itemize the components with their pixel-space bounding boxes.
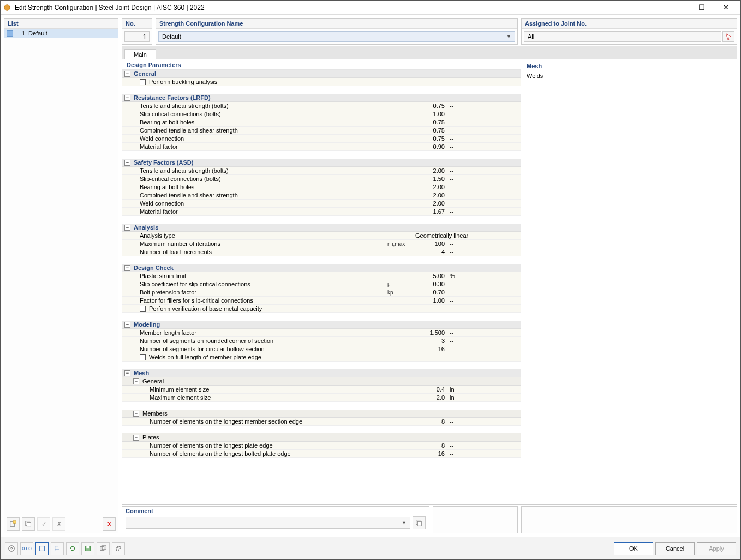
group-header[interactable]: −General <box>122 70 521 78</box>
collapse-icon[interactable]: − <box>133 411 139 417</box>
param-row[interactable]: Minimum element size0.4in <box>122 386 521 394</box>
collapse-icon[interactable]: − <box>124 71 130 77</box>
group-header[interactable]: −Modeling <box>122 321 521 329</box>
param-row[interactable]: Slip-critical connections (bolts)1.00-- <box>122 110 521 118</box>
group-header[interactable]: −Design Check <box>122 264 521 272</box>
param-value[interactable]: 2.00 <box>413 184 447 190</box>
param-value[interactable]: 2.00 <box>413 200 447 207</box>
param-row[interactable]: Number of segments on rounded corner of … <box>122 337 521 345</box>
param-value[interactable]: 1.500 <box>413 329 447 336</box>
param-row[interactable]: Analysis typeGeometrically linear <box>122 232 521 240</box>
comment-input[interactable]: ▼ <box>126 517 410 529</box>
uncheck-button[interactable]: ✗ <box>52 517 65 531</box>
collapse-icon[interactable]: − <box>133 435 139 441</box>
param-row[interactable]: Bolt pretension factorkp0.70-- <box>122 288 521 297</box>
param-row[interactable]: Weld connection2.00-- <box>122 200 521 208</box>
param-row[interactable]: Plastic strain limit5.00% <box>122 272 521 280</box>
group-header[interactable]: −Plates <box>122 433 521 442</box>
collapse-icon[interactable]: − <box>124 265 130 271</box>
group-header[interactable]: −Resistance Factors (LRFD) <box>122 94 521 102</box>
delete-button[interactable]: ✕ <box>103 517 116 531</box>
help-button[interactable]: ? <box>5 542 18 555</box>
group-header[interactable]: −General <box>122 377 521 386</box>
param-value[interactable]: 4 <box>413 249 447 255</box>
param-value[interactable]: 2.00 <box>413 192 447 198</box>
param-value[interactable]: 0.75 <box>413 127 447 134</box>
group-header[interactable]: −Members <box>122 410 521 418</box>
param-value[interactable]: 0.90 <box>413 143 447 150</box>
comment-library-button[interactable] <box>413 516 426 529</box>
param-row[interactable]: Weld connection0.75-- <box>122 135 521 143</box>
parameter-table[interactable]: −GeneralPerform buckling analysis−Resist… <box>122 69 521 504</box>
param-row[interactable]: Maximum element size2.0in <box>122 394 521 402</box>
param-row[interactable]: Bearing at bolt holes0.75-- <box>122 118 521 127</box>
group-header[interactable]: −Safety Factors (ASD) <box>122 159 521 167</box>
param-checkbox-row[interactable]: Welds on full length of member plate edg… <box>122 353 521 362</box>
checkbox-icon[interactable] <box>140 306 146 312</box>
param-row[interactable]: Maximum number of iterationsn i,max100-- <box>122 240 521 248</box>
checkbox-icon[interactable] <box>140 79 146 85</box>
param-row[interactable]: Number of load increments4-- <box>122 248 521 256</box>
minimize-button[interactable]: — <box>671 3 685 11</box>
param-value[interactable]: 2.00 <box>413 167 447 174</box>
param-value[interactable]: 0.4 <box>413 386 447 393</box>
collapse-icon[interactable]: − <box>124 160 130 166</box>
param-value[interactable]: 0.75 <box>413 135 447 142</box>
collapse-icon[interactable]: − <box>124 322 130 328</box>
param-value[interactable]: 0.75 <box>413 103 447 109</box>
param-value[interactable]: 0.70 <box>413 289 447 296</box>
group-header[interactable]: −Mesh <box>122 369 521 377</box>
param-value[interactable]: 0.75 <box>413 119 447 125</box>
name-combo[interactable]: Default ▼ <box>158 31 515 42</box>
collapse-icon[interactable]: − <box>133 378 139 384</box>
param-value[interactable]: 0.30 <box>413 281 447 287</box>
collapse-icon[interactable]: − <box>124 95 130 101</box>
param-value[interactable]: 8 <box>413 442 447 449</box>
param-value[interactable]: 8 <box>413 418 447 425</box>
save-button[interactable] <box>81 542 94 555</box>
param-value[interactable]: 100 <box>413 240 447 247</box>
group-header[interactable]: −Analysis <box>122 224 521 232</box>
close-button[interactable]: ✕ <box>719 3 733 11</box>
param-row[interactable]: Combined tensile and shear strength2.00-… <box>122 191 521 200</box>
param-row[interactable]: Number of segments for circular hollow s… <box>122 345 521 353</box>
param-row[interactable]: Combined tensile and shear strength0.75-… <box>122 127 521 135</box>
param-row[interactable]: Material factor1.67-- <box>122 208 521 216</box>
units-button[interactable]: 0.00 <box>20 542 33 555</box>
param-row[interactable]: Slip coefficient for slip-critical conne… <box>122 280 521 288</box>
refresh-button[interactable] <box>66 542 79 555</box>
copy-item-button[interactable] <box>22 517 35 531</box>
param-row[interactable]: Bearing at bolt holes2.00-- <box>122 183 521 191</box>
param-row[interactable]: Slip-critical connections (bolts)1.50-- <box>122 175 521 183</box>
pick-joint-button[interactable] <box>722 31 734 42</box>
check-button[interactable]: ✓ <box>37 517 50 531</box>
cancel-button[interactable]: Cancel <box>655 542 695 555</box>
view-button[interactable] <box>35 542 49 555</box>
settings-button[interactable]: f? <box>112 542 125 555</box>
param-row[interactable]: Tensile and shear strength (bolts)2.00-- <box>122 167 521 175</box>
collapse-icon[interactable]: − <box>124 225 130 231</box>
param-row[interactable]: Number of elements on the longest bolted… <box>122 450 521 458</box>
param-row[interactable]: Tensile and shear strength (bolts)0.75-- <box>122 102 521 110</box>
list-item[interactable]: 1 Default <box>4 29 118 38</box>
param-row[interactable]: Number of elements on the longest member… <box>122 418 521 426</box>
param-value[interactable]: 3 <box>413 338 447 344</box>
tree-button[interactable] <box>51 542 64 555</box>
checkbox-icon[interactable] <box>140 354 146 360</box>
param-checkbox-row[interactable]: Perform buckling analysis <box>122 78 521 86</box>
param-value[interactable]: 1.50 <box>413 176 447 182</box>
param-row[interactable]: Material factor0.90-- <box>122 143 521 151</box>
new-item-button[interactable] <box>7 517 20 531</box>
assigned-input[interactable]: All <box>524 31 721 42</box>
no-input[interactable] <box>124 31 150 42</box>
maximize-button[interactable]: ☐ <box>695 3 709 11</box>
apply-button[interactable]: Apply <box>697 542 736 555</box>
param-checkbox-row[interactable]: Perform verification of base metal capac… <box>122 305 521 313</box>
collapse-icon[interactable]: − <box>124 370 130 376</box>
param-value[interactable]: 2.0 <box>413 394 447 401</box>
param-row[interactable]: Member length factor1.500-- <box>122 329 521 337</box>
param-value[interactable]: 1.00 <box>413 111 447 117</box>
ok-button[interactable]: OK <box>614 542 653 555</box>
export-button[interactable] <box>97 542 110 555</box>
param-row[interactable]: Factor for fillers for slip-critical con… <box>122 297 521 305</box>
